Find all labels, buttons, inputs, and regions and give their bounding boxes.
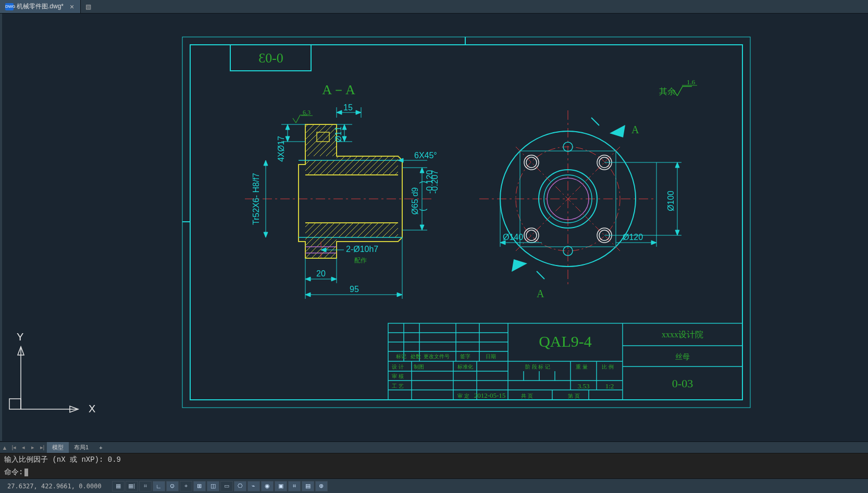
svg-text:6.3: 6.3 [303,109,311,116]
status-toggle-6[interactable]: ⊞ [193,481,206,491]
status-toggle-9[interactable]: ⎔ [234,481,246,491]
layout-fwd-icon[interactable]: ▸ [28,444,38,451]
status-toggle-13[interactable]: ⌗ [288,481,301,491]
cursor-icon [24,469,28,476]
svg-text:重 量: 重 量 [576,364,588,370]
svg-marker-28 [342,124,346,130]
svg-text:Ø11: Ø11 [334,127,343,142]
section-view: 4XØ17 6.3 Ø11 15 Tr52X6- H8/f7 [245,103,439,299]
svg-marker-20 [286,124,290,130]
layout-first-icon[interactable]: ▲ [0,445,9,451]
status-bar: 27.6327, 422.9661, 0.0000 ▦▦|⌗∟⊙⌖⊞◫▭⎔⌁◉▣… [0,478,868,493]
svg-marker-92 [512,259,527,272]
svg-text:阶 段 标 记: 阶 段 标 记 [525,364,550,370]
corner-part-no: 0-03 [258,50,283,66]
svg-marker-67 [397,293,402,297]
svg-text:丝母: 丝母 [675,353,690,361]
svg-text:审 核: 审 核 [392,373,404,379]
status-toggle-4[interactable]: ⊙ [166,481,179,491]
svg-text:4XØ17: 4XØ17 [277,136,286,162]
status-toggle-10[interactable]: ⌁ [247,481,260,491]
status-toggles: ▦▦|⌗∟⊙⌖⊞◫▭⎔⌁◉▣⌗▤⊕ [109,481,328,491]
layout-back-icon[interactable]: ◂ [19,444,28,451]
svg-text:共   页: 共 页 [521,393,533,399]
svg-line-89 [591,118,599,125]
svg-text:xxxx设计院: xxxx设计院 [662,330,703,339]
drawing-canvas[interactable]: 0-03 A－A 其余 1.6 [0,14,868,441]
file-tab-strip: DWG 机械零件图.dwg* × ▧ [0,0,868,14]
svg-text:A: A [631,124,639,135]
tab-add-layout[interactable]: + [94,442,107,453]
svg-text:Ø120: Ø120 [623,233,643,242]
status-toggle-0[interactable]: ▦ [112,481,125,491]
svg-marker-60 [305,277,311,281]
svg-marker-66 [305,293,311,297]
svg-marker-29 [342,136,346,142]
svg-rect-162 [9,399,21,409]
svg-marker-40 [264,232,268,237]
svg-marker-35 [356,110,361,115]
svg-text:Ø140: Ø140 [503,233,523,242]
svg-text:日期: 日期 [486,353,496,359]
svg-text:(　　　): ( ) [418,181,427,211]
svg-text:15: 15 [343,103,353,112]
svg-text:审 定: 审 定 [457,393,469,399]
svg-marker-48 [420,225,424,230]
layout-prev-icon[interactable]: |◂ [9,444,19,451]
section-label: A－A [322,82,355,97]
svg-marker-100 [651,241,656,245]
svg-marker-39 [264,160,268,166]
svg-text:2012-05-15: 2012-05-15 [474,391,506,399]
plus-icon: ▧ [85,3,91,10]
layout-next-icon[interactable]: ▸| [38,444,47,451]
file-tab[interactable]: DWG 机械零件图.dwg* × [0,0,81,13]
svg-text:更改文件号: 更改文件号 [424,353,450,359]
svg-text:Tr52X6- H8/f7: Tr52X6- H8/f7 [252,173,261,225]
svg-text:配作: 配作 [354,257,367,264]
ucs-y: Y [17,331,23,343]
svg-text:1.6: 1.6 [687,78,696,86]
svg-text:制图: 制图 [414,364,424,370]
command-history: 输入比例因子 (nX 或 nXP): 0.9 [0,453,868,466]
surface-finish: 其余 1.6 [659,78,697,96]
tab-model[interactable]: 模型 [47,442,69,453]
new-tab-button[interactable]: ▧ [81,0,95,13]
svg-marker-107 [675,230,679,235]
svg-text:标准化: 标准化 [457,364,473,370]
command-input[interactable]: 命令: [0,466,868,478]
svg-marker-61 [331,277,337,281]
svg-text:A: A [537,288,544,299]
status-coords: 27.6327, 422.9661, 0.0000 [0,483,109,490]
status-toggle-2[interactable]: ⌗ [139,481,152,491]
svg-marker-21 [286,136,290,142]
ucs-x: X [89,403,95,414]
status-toggle-1[interactable]: ▦| [126,481,138,491]
status-toggle-5[interactable]: ⌖ [180,481,192,491]
svg-text:QAL9-4: QAL9-4 [539,333,592,350]
svg-marker-106 [675,162,679,168]
svg-marker-34 [337,110,342,115]
svg-text:2-Ø10h7: 2-Ø10h7 [346,245,378,254]
svg-text:比 例: 比 例 [602,364,614,370]
dwg-icon: DWG [5,3,14,10]
ucs-icon [9,347,78,412]
status-toggle-11[interactable]: ◉ [261,481,274,491]
svg-text:签字: 签字 [460,353,470,359]
svg-text:0-03: 0-03 [672,377,693,390]
layout-tab-strip: ▲ |◂ ◂ ▸ ▸| 模型 布局1 + [0,441,868,453]
svg-rect-1 [190,45,742,400]
status-toggle-15[interactable]: ⊕ [315,481,328,491]
svg-marker-47 [420,168,424,173]
status-toggle-8[interactable]: ▭ [220,481,233,491]
tab-layout1[interactable]: 布局1 [69,442,94,453]
status-toggle-7[interactable]: ◫ [207,481,219,491]
svg-text:工 艺: 工 艺 [392,383,404,389]
status-toggle-3[interactable]: ∟ [153,481,165,491]
status-toggle-14[interactable]: ▤ [302,481,314,491]
status-toggle-12[interactable]: ▣ [275,481,287,491]
svg-line-90 [537,271,544,279]
svg-text:第   页: 第 页 [568,393,580,399]
close-tab-icon[interactable]: × [70,3,74,11]
svg-text:3.53: 3.53 [578,382,590,390]
svg-text:设 计: 设 计 [392,364,404,370]
